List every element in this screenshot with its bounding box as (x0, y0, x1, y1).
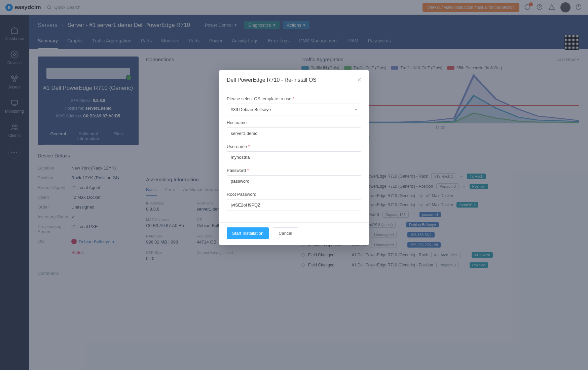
modal-overlay[interactable]: Dell PowerEdge R710 - Re-Install OS × Pl… (0, 0, 588, 370)
close-icon[interactable]: × (357, 76, 361, 84)
os-template-select[interactable]: #39 Debian Bullseye ▾ (227, 104, 361, 115)
username-label: Username * (227, 144, 361, 149)
root-password-field[interactable] (227, 199, 361, 211)
modal-body: Please select OS template to use * #39 D… (219, 90, 369, 222)
modal-title: Dell PowerEdge R710 - Re-Install OS (227, 77, 317, 83)
modal-header: Dell PowerEdge R710 - Re-Install OS × (219, 70, 369, 90)
password-label: Password * (227, 168, 361, 173)
os-template-label: Please select OS template to use * (227, 96, 361, 101)
cancel-button[interactable]: Cancel (273, 227, 298, 239)
password-field[interactable] (227, 175, 361, 187)
start-installation-button[interactable]: Start Installation (227, 227, 269, 239)
root-password-label: Root Password (227, 192, 361, 197)
reinstall-os-modal: Dell PowerEdge R710 - Re-Install OS × Pl… (219, 70, 369, 245)
modal-footer: Start Installation Cancel (219, 222, 369, 245)
chevron-down-icon: ▾ (355, 107, 357, 112)
hostname-label: Hostname (227, 120, 361, 125)
hostname-field[interactable] (227, 127, 361, 139)
os-template-value: #39 Debian Bullseye (231, 107, 271, 112)
username-field[interactable] (227, 151, 361, 163)
